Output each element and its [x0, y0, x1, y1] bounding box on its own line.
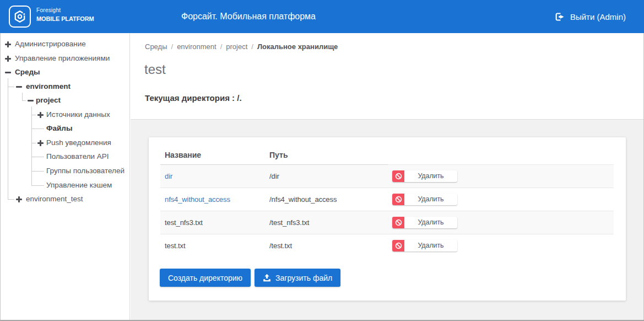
file-name-text: test_nfs3.txt — [160, 211, 265, 234]
table-row: dir/dirУдалить — [160, 164, 614, 188]
sidebar-item-label: Управление кэшем — [46, 178, 112, 192]
app-logo[interactable] — [9, 6, 31, 28]
foresight-logo-icon — [13, 9, 27, 24]
breadcrumb-item[interactable]: project — [226, 42, 247, 51]
sidebar-item-user-groups[interactable]: Группы пользователей — [0, 164, 130, 178]
collapse-icon[interactable] — [28, 98, 34, 104]
logout-icon — [555, 13, 564, 21]
breadcrumb-separator: / — [171, 42, 174, 51]
column-header-path: Путь — [265, 137, 388, 164]
sidebar-item-cache-management[interactable]: Управление кэшем — [0, 178, 130, 192]
sidebar-item-label: Источники данных — [46, 108, 110, 122]
delete-button[interactable]: Удалить — [392, 170, 457, 182]
ban-icon — [392, 170, 404, 182]
breadcrumb-separator: / — [251, 42, 253, 51]
sidebar-item-label: Среды — [15, 65, 40, 79]
delete-button[interactable]: Удалить — [392, 194, 457, 205]
upload-icon — [263, 274, 271, 282]
create-directory-button[interactable]: Создать директорию — [160, 269, 251, 287]
column-header-actions — [388, 137, 614, 164]
delete-button-label: Удалить — [404, 170, 457, 182]
sidebar-tree: АдминистрированиеУправление приложениями… — [0, 33, 130, 321]
sidebar-item-label: environment — [26, 79, 71, 94]
sidebar-item-label: Файлы — [46, 121, 72, 136]
window-edge-left — [0, 33, 1, 321]
brand-line1: Foresight — [36, 8, 94, 13]
sidebar-item-api-users[interactable]: Пользователи API — [0, 149, 130, 164]
page-header-panel: Среды/environment/project/Локальное хран… — [131, 33, 644, 120]
table-row: test.txt/test.txtУдалить — [160, 234, 614, 257]
breadcrumb-current: Локальное хранилище — [257, 42, 338, 51]
expand-icon[interactable] — [37, 112, 44, 118]
file-path: /nfs4_without_access — [265, 188, 388, 211]
delete-button[interactable]: Удалить — [392, 217, 457, 228]
sidebar-item-label: Push уведомления — [46, 136, 111, 150]
page-title: test — [144, 62, 166, 77]
file-path: /test_nfs3.txt — [265, 211, 388, 234]
table-row: test_nfs3.txt/test_nfs3.txtУдалить — [160, 211, 614, 234]
table-row: nfs4_without_access/nfs4_without_accessУ… — [160, 188, 614, 211]
expand-icon[interactable] — [37, 140, 44, 146]
file-name-text: test.txt — [160, 234, 265, 257]
sidebar-item-label: project — [36, 93, 61, 108]
sidebar-item-files[interactable]: Файлы — [0, 121, 130, 136]
sidebar-item-environment-test[interactable]: environment_test — [0, 192, 130, 206]
sidebar-item-label: Пользователи API — [46, 149, 109, 164]
brand-text: Foresight MOBILE PLATFORM — [36, 8, 94, 22]
sidebar-item-data-sources[interactable]: Источники данных — [0, 108, 130, 122]
upload-file-button[interactable]: Загрузить файл — [255, 269, 340, 287]
delete-button[interactable]: Удалить — [392, 240, 457, 252]
file-name-link[interactable]: dir — [165, 172, 172, 180]
sidebar-item-environments[interactable]: Среды — [0, 65, 130, 79]
sidebar-item-administration[interactable]: Администрирование — [0, 37, 130, 51]
sidebar-item-app-management[interactable]: Управление приложениями — [0, 51, 130, 66]
sidebar-item-label: environment_test — [26, 192, 83, 206]
brand-line2: MOBILE PLATFORM — [36, 16, 94, 22]
breadcrumb-separator: / — [220, 42, 223, 51]
card-actions: Создать директорию Загрузить файл — [160, 269, 340, 287]
file-path: /dir — [265, 164, 388, 188]
file-path: /test.txt — [265, 234, 388, 257]
breadcrumb-item[interactable]: Среды — [145, 42, 167, 51]
app-title: Форсайт. Мобильная платформа — [181, 12, 316, 22]
collapse-icon[interactable] — [16, 84, 22, 90]
delete-button-label: Удалить — [404, 217, 457, 228]
ban-icon — [392, 194, 404, 205]
delete-button-label: Удалить — [404, 194, 457, 205]
sidebar-item-label: Администрирование — [15, 37, 86, 51]
ban-icon — [392, 217, 404, 228]
logout-button[interactable]: Выйти (Admin) — [555, 0, 626, 33]
sidebar-item-project[interactable]: project — [0, 93, 130, 108]
logout-label: Выйти (Admin) — [570, 12, 626, 22]
ban-icon — [392, 240, 404, 252]
expand-icon[interactable] — [5, 41, 11, 47]
breadcrumb-item[interactable]: environment — [177, 42, 217, 51]
collapse-icon[interactable] — [5, 69, 11, 76]
sidebar-item-label: Управление приложениями — [15, 51, 110, 66]
sidebar-item-push-notifications[interactable]: Push уведомления — [0, 136, 130, 150]
expand-icon[interactable] — [16, 196, 22, 202]
sidebar-item-environment[interactable]: environment — [0, 79, 130, 94]
column-header-name: Название — [160, 137, 265, 164]
app-header: Foresight MOBILE PLATFORM Форсайт. Мобил… — [0, 0, 644, 33]
files-card: Название Путь dir/dirУдалитьnfs4_without… — [149, 137, 626, 301]
current-directory-label: Текущая директория : /. — [145, 93, 242, 103]
files-table: Название Путь dir/dirУдалитьnfs4_without… — [160, 137, 614, 257]
delete-button-label: Удалить — [404, 240, 457, 252]
breadcrumb: Среды/environment/project/Локальное хран… — [145, 42, 338, 51]
sidebar-item-label: Группы пользователей — [46, 164, 125, 178]
file-name-link[interactable]: nfs4_without_access — [165, 195, 230, 204]
expand-icon[interactable] — [5, 56, 11, 62]
main-content: Среды/environment/project/Локальное хран… — [131, 33, 644, 321]
